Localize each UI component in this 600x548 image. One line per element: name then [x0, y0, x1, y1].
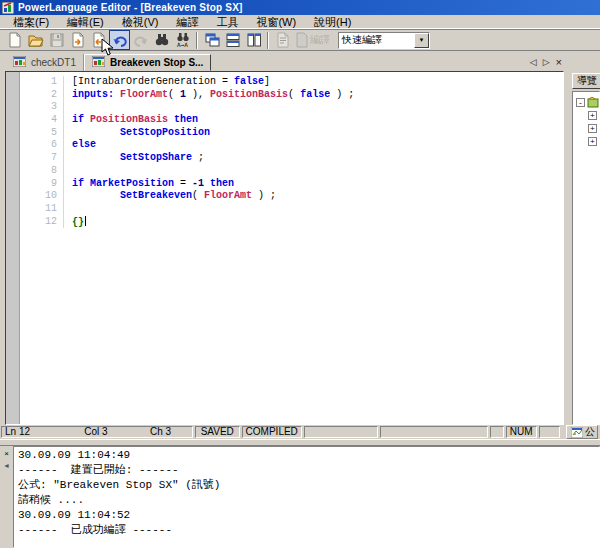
status-char: Ch 3	[150, 427, 189, 437]
line-code: [IntrabarOrderGeneration = false]	[64, 76, 270, 89]
line-code: SetBreakeven( FloorAmt ) ;	[64, 190, 276, 203]
formula-tab-label: 公	[585, 425, 595, 439]
code-line[interactable]: 2inputs: FloorAmt( 1 ), PositionBasis( f…	[20, 89, 563, 102]
code-line[interactable]: 6else	[20, 139, 563, 152]
tab-close-icon[interactable]: ×	[556, 57, 562, 67]
compile-text-icon	[295, 32, 309, 48]
line-number: 10	[20, 190, 64, 203]
page-arrow-icon	[70, 32, 86, 48]
tree-child-node[interactable]: +	[576, 122, 599, 135]
line-number: 12	[20, 216, 64, 229]
tree-expander-icon[interactable]: -	[576, 98, 585, 107]
floppy-icon	[49, 32, 65, 48]
status-column: Col 3	[84, 427, 150, 437]
tree-child-node[interactable]: +	[576, 135, 599, 148]
code-line[interactable]: 1[IntrabarOrderGeneration = false]	[20, 76, 563, 89]
code-line[interactable]: 5 SetStopPosition	[20, 127, 563, 140]
code-line[interactable]: 4if PositionBasis then	[20, 114, 563, 127]
menu-item[interactable]: 檢視(V)	[113, 15, 168, 29]
code-line[interactable]: 12{}	[20, 216, 563, 229]
export-file-button[interactable]	[67, 30, 88, 50]
document-tab-bar: checkDT1Breakeven Stop S... ◁ ▷ ×	[0, 51, 600, 71]
caret-position-panel: Ln 12 Col 3 Ch 3	[1, 426, 193, 438]
compile-mode-value: 快速編譯	[339, 33, 414, 47]
output-close-icon[interactable]: ×	[1, 448, 12, 459]
tree-expander-icon[interactable]: +	[588, 111, 597, 120]
tree-expander-icon[interactable]: +	[588, 137, 597, 146]
navigator-bottom-tab[interactable]: 公	[566, 425, 598, 439]
menu-item[interactable]: 編譯	[167, 15, 207, 29]
tree-root-node[interactable]: -	[576, 96, 599, 109]
line-code	[64, 101, 72, 114]
compile-page-icon	[275, 32, 291, 48]
compile-button-label: 編譯	[310, 33, 330, 47]
output-panel: × ◄ 30.09.09 11:04:49------ 建置已開始: -----…	[0, 446, 600, 548]
line-number: 8	[20, 165, 64, 178]
build-output-log[interactable]: 30.09.09 11:04:49------ 建置已開始: ------公式:…	[13, 446, 600, 548]
compiled-badge: COMPILED	[242, 426, 302, 438]
tile-vertical-button[interactable]	[243, 30, 264, 50]
compile-button	[272, 30, 293, 50]
new-page-icon	[7, 32, 23, 48]
title-bar[interactable]: PowerLanguage Editor - [Breakeven Stop S…	[0, 0, 600, 15]
output-line: 30.09.09 11:04:52	[18, 508, 599, 523]
menu-item[interactable]: 視窗(W)	[247, 15, 305, 29]
combobox-dropdown-icon[interactable]: ▼	[414, 33, 429, 48]
code-line[interactable]: 11	[20, 203, 563, 216]
line-code	[64, 165, 72, 178]
line-number: 2	[20, 89, 64, 102]
output-collapse-icon[interactable]: ◄	[3, 462, 10, 469]
menu-item[interactable]: 說明(H)	[305, 15, 360, 29]
document-tab[interactable]: Breakeven Stop S...	[84, 54, 211, 71]
line-code	[64, 203, 72, 216]
compile-mode-combobox[interactable]: 快速編譯▼	[338, 32, 430, 49]
replace-button[interactable]: A→A	[172, 30, 193, 50]
line-number: 9	[20, 178, 64, 191]
new-file-button[interactable]	[4, 30, 25, 50]
status-empty-4	[539, 426, 560, 438]
line-number: 6	[20, 139, 64, 152]
num-lock-badge: NUM	[506, 426, 537, 438]
svg-text:A→A: A→A	[177, 41, 188, 48]
code-line[interactable]: 3	[20, 101, 563, 114]
navigator-header[interactable]: 導覽	[572, 73, 600, 89]
menu-item[interactable]: 檔案(F)	[4, 15, 58, 29]
binoculars-replace-icon: A→A	[175, 32, 191, 48]
tree-child-node[interactable]: +	[576, 109, 599, 122]
tab-scroll-left-icon[interactable]: ◁	[530, 57, 537, 67]
undo-button[interactable]	[109, 30, 130, 50]
cascade-windows-button[interactable]	[201, 30, 222, 50]
status-row: Ln 12 Col 3 Ch 3 SAVED COMPILED NUM 公	[0, 425, 600, 439]
navigator-tree[interactable]: -+++	[572, 91, 600, 425]
tile-horizontal-button[interactable]	[222, 30, 243, 50]
selection-margin[interactable]	[6, 72, 20, 424]
document-tab[interactable]: checkDT1	[6, 54, 84, 71]
status-empty-2	[380, 426, 487, 438]
open-file-button[interactable]	[25, 30, 46, 50]
code-line[interactable]: 10 SetBreakeven( FloorAmt ) ;	[20, 190, 563, 203]
document-tab-label: Breakeven Stop S...	[110, 57, 203, 68]
document-tab-icon	[92, 56, 105, 69]
find-button[interactable]	[151, 30, 172, 50]
redo-arrow-icon	[133, 32, 149, 48]
code-line[interactable]: 8	[20, 165, 563, 178]
vertical-splitter[interactable]	[564, 71, 572, 425]
text-caret	[85, 216, 86, 226]
document-tab-label: checkDT1	[31, 57, 76, 68]
output-line: 請稍候 ....	[18, 493, 599, 508]
import-file-button[interactable]	[88, 30, 109, 50]
status-line: Ln 12	[5, 427, 84, 437]
code-line[interactable]: 9if MarketPosition = -1 then	[20, 178, 563, 191]
code-line[interactable]: 7 SetStopShare ;	[20, 152, 563, 165]
code-editor[interactable]: 1[IntrabarOrderGeneration = false]2input…	[5, 71, 564, 425]
line-code: else	[64, 139, 96, 152]
tile-vertical-icon	[246, 32, 262, 48]
menu-item[interactable]: 編輯(E)	[58, 15, 113, 29]
tree-expander-icon[interactable]: +	[588, 124, 597, 133]
tab-scroll-right-icon[interactable]: ▷	[543, 57, 550, 67]
menu-item[interactable]: 工具	[207, 15, 247, 29]
code-area[interactable]: 1[IntrabarOrderGeneration = false]2input…	[20, 72, 563, 424]
output-line: 30.09.09 11:04:49	[18, 448, 599, 463]
horizontal-splitter[interactable]	[0, 439, 600, 446]
page-arrow2-icon	[91, 32, 107, 48]
